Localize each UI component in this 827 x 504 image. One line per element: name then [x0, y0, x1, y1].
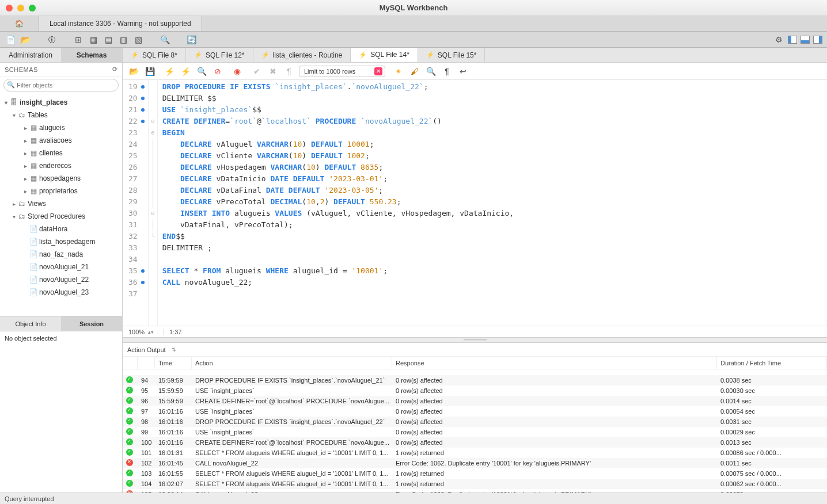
expand-arrow-icon[interactable]: ▸ — [22, 188, 29, 194]
editor-tab[interactable]: ⚡lista_clientes - Routine — [253, 48, 351, 62]
proc-icon: 📄 — [29, 250, 38, 258]
tree-item-proprietarios[interactable]: ▸▦proprietarios — [0, 185, 122, 197]
sidebar-tab-schemas[interactable]: Schemas — [61, 48, 122, 63]
sidebar-bottom-tab-session[interactable]: Session — [61, 316, 122, 331]
expand-arrow-icon[interactable]: ▾ — [2, 100, 9, 106]
output-row[interactable]: 9415:59:59DROP PROCEDURE IF EXISTS `insi… — [123, 375, 827, 385]
output-row[interactable]: 9816:01:16DROP PROCEDURE IF EXISTS `insi… — [123, 417, 827, 427]
output-row[interactable]: 10516:02:14CALL novoAluguel_22Error Code… — [123, 489, 827, 492]
code-area[interactable]: DROP PROCEDURE IF EXISTS `insight_places… — [158, 80, 519, 326]
tree-item-novoaluguel-22[interactable]: 📄novoAluguel_22 — [0, 273, 122, 286]
schemas-header-label: SCHEMAS — [5, 66, 38, 73]
toggle-bottom-pane-button[interactable] — [801, 36, 810, 44]
tree-item-avaliacoes[interactable]: ▸▦avaliacoes — [0, 134, 122, 147]
tree-item-novoaluguel-21[interactable]: 📄novoAluguel_21 — [0, 261, 122, 273]
execute-current-icon[interactable]: ⚡ — [179, 65, 192, 78]
tree-item-enderecos[interactable]: ▸▦enderecos — [0, 159, 122, 172]
find-icon[interactable]: 🔍 — [424, 65, 437, 78]
expand-arrow-icon[interactable]: ▾ — [10, 213, 17, 220]
tree-item-label: novoAluguel_21 — [38, 263, 89, 271]
tree-item-stored-procedures[interactable]: ▾🗂Stored Procedures — [0, 210, 122, 223]
db-icon: 🗄 — [9, 98, 18, 106]
create-table-icon[interactable]: ▦ — [88, 34, 99, 45]
reconnect-icon[interactable]: 🔄 — [185, 34, 197, 45]
brush-icon[interactable]: 🖌 — [408, 65, 421, 78]
output-row[interactable]: 9615:59:59CREATE DEFINER=`root`@`localho… — [123, 396, 827, 406]
sidebar-bottom-tab-object-info[interactable]: Object Info — [0, 316, 61, 331]
create-procedure-icon[interactable]: ▥ — [117, 34, 129, 45]
create-schema-icon[interactable]: ⊞ — [73, 34, 84, 45]
refresh-schemas-icon[interactable]: ⟳ — [112, 66, 118, 73]
editor-tab[interactable]: ⚡SQL File 15* — [418, 48, 485, 62]
toggle-autocommit-icon[interactable]: ◉ — [231, 65, 244, 78]
success-icon — [126, 397, 133, 404]
row-limit-select[interactable]: Limit to 1000 rows ✕ — [299, 66, 385, 77]
table-icon: ▦ — [29, 162, 38, 170]
tree-item-novoaluguel-23[interactable]: 📄novoAluguel_23 — [0, 286, 122, 299]
output-row[interactable]: 10116:01:31SELECT * FROM alugueis WHERE … — [123, 448, 827, 458]
tree-item-label: insight_places — [18, 98, 67, 106]
settings-icon[interactable]: ⚙ — [773, 34, 784, 45]
output-row[interactable]: 10416:02:07SELECT * FROM alugueis WHERE … — [123, 479, 827, 489]
toggle-whitespace-icon[interactable]: ¶ — [283, 65, 295, 78]
expand-arrow-icon[interactable]: ▸ — [22, 175, 29, 182]
zoom-window-button[interactable] — [29, 5, 36, 12]
output-row[interactable]: 10016:01:16CREATE DEFINER=`root`@`localh… — [123, 437, 827, 448]
beautify-icon[interactable]: ✴ — [392, 65, 405, 78]
create-view-icon[interactable]: ▤ — [103, 34, 114, 45]
tree-item-tables[interactable]: ▾🗂Tables — [0, 109, 122, 121]
tree-item-clientes[interactable]: ▸▦clientes — [0, 147, 122, 159]
save-file-icon[interactable]: 💾 — [143, 65, 156, 78]
tree-item-alugueis[interactable]: ▸▦alugueis — [0, 121, 122, 134]
editor-tab[interactable]: ⚡SQL File 14* — [351, 48, 418, 62]
commit-icon[interactable]: ✔ — [251, 65, 263, 78]
tree-item-lista-hospedagem[interactable]: 📄lista_hospedagem — [0, 235, 122, 248]
search-table-data-icon[interactable]: 🔍 — [159, 34, 170, 45]
connection-tab[interactable]: Local instance 3306 - Warning - not supp… — [39, 16, 202, 31]
sql-editor[interactable]: 19202122232425262728293031323334353637 ⊖… — [123, 80, 827, 326]
schema-filter-input[interactable] — [3, 79, 119, 91]
sidebar-tab-administration[interactable]: Administration — [0, 48, 61, 63]
minimize-window-button[interactable] — [17, 5, 24, 12]
open-file-icon[interactable]: 📂 — [127, 65, 140, 78]
inspector-icon[interactable]: 🛈 — [46, 34, 58, 45]
execute-icon[interactable]: ⚡ — [163, 65, 176, 78]
wrap-icon[interactable]: ↩ — [457, 65, 469, 78]
error-icon — [126, 490, 133, 492]
tree-item-insight-places[interactable]: ▾🗄insight_places — [0, 96, 122, 109]
zoom-stepper-icon[interactable]: ▴▾ — [148, 329, 154, 335]
expand-arrow-icon[interactable]: ▸ — [10, 201, 17, 207]
output-row[interactable]: 10316:01:55SELECT * FROM alugueis WHERE … — [123, 468, 827, 479]
invisible-chars-icon[interactable]: ¶ — [441, 65, 453, 78]
expand-arrow-icon[interactable]: ▸ — [22, 125, 29, 131]
stop-icon[interactable]: ⊘ — [211, 65, 224, 78]
output-row[interactable]: 9515:59:59USE `insight_places`0 row(s) a… — [123, 385, 827, 396]
output-type-select[interactable]: Action Output ⇅ — [127, 346, 176, 353]
close-window-button[interactable] — [6, 5, 13, 12]
create-function-icon[interactable]: ▧ — [132, 34, 144, 45]
editor-tab[interactable]: ⚡SQL File 12* — [186, 48, 253, 62]
explain-icon[interactable]: 🔍 — [195, 65, 208, 78]
tree-item-datahora[interactable]: 📄dataHora — [0, 223, 122, 235]
rollback-icon[interactable]: ✖ — [267, 65, 279, 78]
home-tab[interactable]: 🏠 — [0, 16, 39, 31]
new-sql-tab-icon[interactable]: 📄 — [5, 34, 16, 45]
output-row[interactable]: 9916:01:16USE `insight_places`0 row(s) a… — [123, 427, 827, 437]
clear-limit-icon[interactable]: ✕ — [374, 67, 382, 75]
expand-arrow-icon[interactable]: ▸ — [22, 163, 29, 169]
editor-tab[interactable]: ⚡SQL File 8* — [123, 48, 186, 62]
toggle-left-pane-button[interactable] — [788, 36, 797, 44]
tree-item-views[interactable]: ▸🗂Views — [0, 197, 122, 210]
expand-arrow-icon[interactable]: ▾ — [10, 112, 17, 119]
tree-item-hospedagens[interactable]: ▸▦hospedagens — [0, 172, 122, 185]
tree-item-label: alugueis — [38, 124, 65, 132]
output-row[interactable]: 10216:01:45CALL novoAluguel_22Error Code… — [123, 458, 827, 468]
folder-icon: 🗂 — [17, 212, 26, 220]
output-row[interactable]: 9716:01:16USE `insight_places`0 row(s) a… — [123, 406, 827, 417]
tree-item-nao-faz-nada[interactable]: 📄nao_faz_nada — [0, 248, 122, 261]
expand-arrow-icon[interactable]: ▸ — [22, 150, 29, 156]
expand-arrow-icon[interactable]: ▸ — [22, 138, 29, 144]
toggle-right-pane-button[interactable] — [813, 36, 822, 44]
open-sql-file-icon[interactable]: 📂 — [20, 34, 31, 45]
vertical-splitter[interactable] — [123, 337, 827, 343]
